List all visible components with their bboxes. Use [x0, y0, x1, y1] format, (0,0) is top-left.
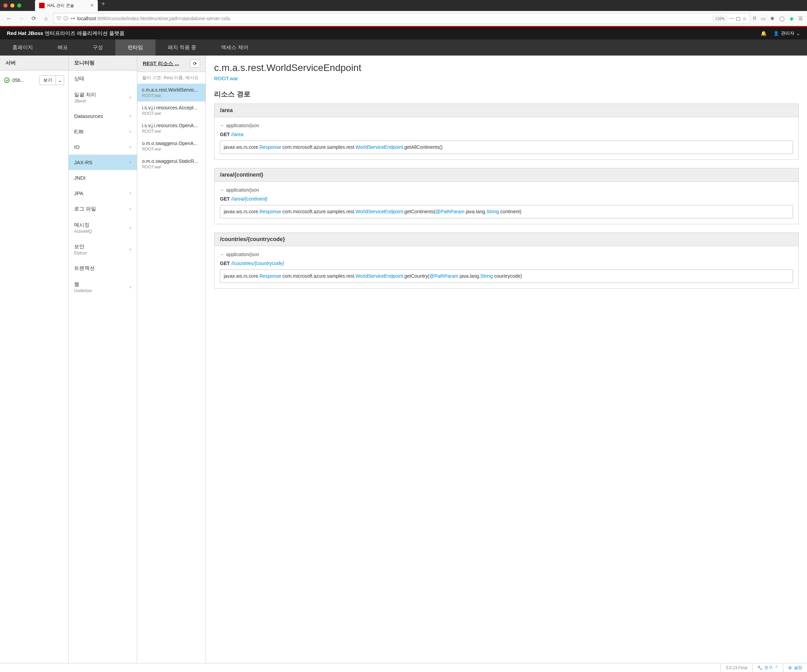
notifications-icon[interactable]: 🔔: [761, 30, 767, 36]
rest-resource-item[interactable]: i.s.v.j.i.resources.OpenA...ROOT.war: [137, 119, 206, 137]
monitoring-item-label: 웹: [74, 281, 91, 288]
monitoring-item[interactable]: JAX-RS>: [69, 155, 137, 170]
grammarly-icon[interactable]: ◉: [789, 16, 794, 21]
method-path-link[interactable]: //area/{continent}: [231, 196, 267, 202]
nav-item[interactable]: 패치 적용 중: [155, 40, 209, 56]
monitoring-item[interactable]: 일괄 처리JBeret>: [69, 87, 137, 108]
browser-tab[interactable]: HAL 관리 콘솔 ×: [35, 0, 98, 11]
type-link[interactable]: @PathParam: [430, 273, 458, 279]
resource-path-header: /area/{continent}: [214, 168, 799, 182]
type-link[interactable]: String: [480, 273, 493, 279]
monitoring-item-label: 로그 파일: [74, 206, 96, 212]
more-icon[interactable]: ⋯: [729, 16, 734, 21]
close-tab-icon[interactable]: ×: [91, 2, 94, 8]
toolbar-right-icons: ⫴\ ▭ ✱ ◯ ◉ ☰: [753, 15, 803, 21]
method-path-link[interactable]: //area: [231, 132, 244, 137]
rest-resource-item[interactable]: i.s.v.j.i.resources.Accept...ROOT.war: [137, 101, 206, 119]
monitoring-item[interactable]: 트랜잭션: [69, 260, 137, 276]
method-path-link[interactable]: //countries/{countrycode}: [231, 261, 284, 266]
forward-button[interactable]: →: [17, 14, 26, 23]
monitoring-item-label: Datasources: [74, 113, 103, 119]
monitoring-item[interactable]: 보안Elytron>: [69, 238, 137, 260]
rest-column-header: REST 리소스 ... ⟳: [137, 56, 206, 72]
resource-panel-body: ← application/jsonGET //countries/{count…: [214, 246, 799, 288]
monitoring-item[interactable]: EJB>: [69, 124, 137, 139]
rest-resource-item[interactable]: o.m.o.swaggerui.OpenA...ROOT.war: [137, 137, 206, 155]
user-icon: 👤: [773, 31, 779, 36]
menu-icon[interactable]: ☰: [799, 16, 803, 21]
chevron-right-icon: >: [129, 285, 131, 290]
detail-panel: c.m.a.s.rest.WorldServiceEndpoint ROOT.w…: [206, 56, 807, 664]
rest-resource-title: o.m.o.swaggerui.StaticR...: [142, 158, 201, 164]
monitoring-item-label: JAX-RS: [74, 159, 92, 165]
monitoring-item[interactable]: JPA>: [69, 185, 137, 201]
maximize-window[interactable]: [17, 3, 21, 8]
monitoring-item-label: IO: [74, 144, 80, 150]
shield-icon[interactable]: 🛡: [56, 15, 61, 22]
url-bar[interactable]: 🛡 ⓘ ⊶ localhost:9990/console/index.html#…: [53, 13, 750, 24]
bookmark-icon[interactable]: ☆: [742, 16, 747, 21]
monitoring-column-header: 모니터링: [69, 56, 137, 71]
home-button[interactable]: ⌂: [41, 14, 51, 23]
rest-header-link[interactable]: REST 리소스 ...: [143, 60, 179, 67]
monitoring-item[interactable]: 웹Undertow>: [69, 276, 137, 298]
type-link[interactable]: Response: [259, 144, 281, 150]
user-label: 관리자: [781, 30, 794, 36]
reload-button[interactable]: ⟳: [29, 14, 38, 23]
rest-resource-item[interactable]: o.m.o.swaggerui.StaticR...ROOT.war: [137, 155, 206, 173]
type-link[interactable]: String: [487, 209, 499, 214]
type-link[interactable]: WorldServiceEndpoint: [355, 209, 403, 214]
type-link[interactable]: WorldServiceEndpoint: [355, 273, 403, 279]
monitoring-item[interactable]: JNDI: [69, 170, 137, 185]
nav-item[interactable]: 배포: [45, 40, 80, 56]
refresh-button[interactable]: ⟳: [190, 60, 200, 68]
view-dropdown-button[interactable]: ⌄: [56, 75, 64, 85]
type-link[interactable]: Response: [259, 273, 281, 279]
rest-resource-title: c.m.a.s.rest.WorldServic...: [142, 87, 201, 93]
chevron-right-icon: >: [129, 247, 131, 252]
rest-resource-title: i.s.v.j.i.resources.Accept...: [142, 105, 201, 111]
nav-item[interactable]: 구성: [80, 40, 115, 56]
rest-resource-subtitle: ROOT.war: [142, 129, 201, 134]
type-link[interactable]: @PathParam: [436, 209, 465, 214]
type-link[interactable]: Response: [259, 209, 281, 214]
monitoring-item[interactable]: 상태: [69, 71, 137, 87]
resource-panel: /area← application/jsonGET //areajavax.w…: [214, 104, 799, 160]
monitoring-item-subtitle: JBeret: [74, 99, 96, 104]
chevron-right-icon: >: [129, 191, 131, 196]
close-window[interactable]: [3, 3, 8, 8]
zoom-badge[interactable]: 110%: [712, 16, 727, 21]
server-row[interactable]: 05b... 보기 ⌄: [0, 71, 68, 90]
back-button[interactable]: ←: [4, 14, 14, 23]
method-line: GET //countries/{countrycode}: [220, 261, 793, 266]
view-button[interactable]: 보기: [40, 75, 56, 85]
extension-icon[interactable]: ✱: [770, 16, 774, 21]
monitoring-item[interactable]: Datasources>: [69, 108, 137, 124]
chevron-right-icon: >: [129, 145, 131, 149]
nav-item[interactable]: 런타임: [115, 40, 155, 56]
new-tab-button[interactable]: +: [101, 0, 105, 11]
browser-tab-bar: HAL 관리 콘솔 × +: [35, 0, 105, 11]
key-icon[interactable]: ⊶: [70, 15, 75, 22]
filter-hint[interactable]: 필터 기준: Rest 이름, 메서드: [137, 72, 206, 84]
info-icon[interactable]: ⓘ: [63, 15, 68, 22]
resource-panel-body: ← application/jsonGET //areajavax.ws.rs.…: [214, 117, 799, 159]
library-icon[interactable]: ⫴\: [753, 15, 756, 21]
rest-resource-subtitle: ROOT.war: [142, 93, 201, 98]
monitoring-item[interactable]: IO>: [69, 139, 137, 155]
detail-deployment-link[interactable]: ROOT.war: [214, 75, 799, 81]
minimize-window[interactable]: [10, 3, 15, 8]
monitoring-item[interactable]: 메시징ActiveMQ>: [69, 217, 137, 238]
app-header: Red Hat JBoss 엔터프라이즈 애플리케이션 플랫폼 🔔 👤 관리자 …: [0, 27, 807, 40]
monitoring-item[interactable]: 로그 파일>: [69, 201, 137, 217]
pocket-icon[interactable]: ▢: [736, 16, 741, 21]
nav-item[interactable]: 액세스 제어: [209, 40, 261, 56]
monitoring-item-label: EJB: [74, 129, 84, 134]
nav-item[interactable]: 홈페이지: [0, 40, 45, 56]
rest-resource-item[interactable]: c.m.a.s.rest.WorldServic...ROOT.war: [137, 84, 206, 101]
account-icon[interactable]: ◯: [779, 16, 785, 21]
url-text: localhost:9990/console/index.html#runtim…: [77, 16, 711, 21]
type-link[interactable]: WorldServiceEndpoint: [355, 144, 403, 150]
reader-icon[interactable]: ▭: [761, 16, 765, 21]
user-menu[interactable]: 👤 관리자 ⌄: [773, 30, 800, 36]
